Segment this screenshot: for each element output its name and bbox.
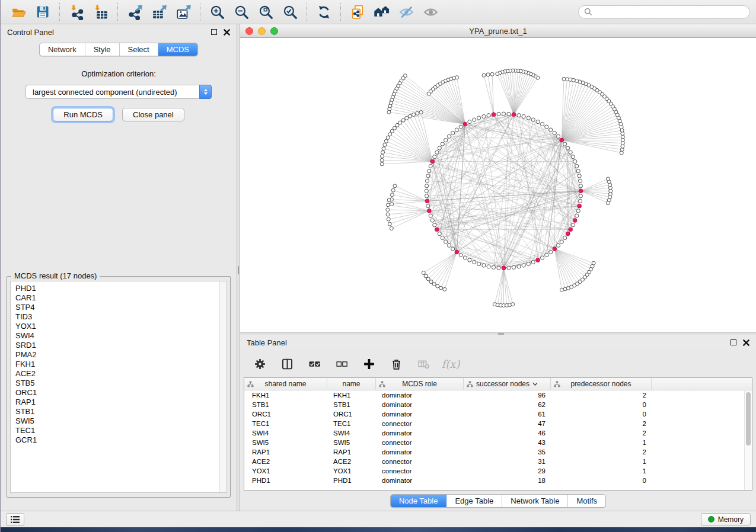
add-column-button[interactable] [361, 356, 377, 371]
table-cell[interactable]: 61 [464, 409, 551, 419]
divider-grip[interactable] [498, 333, 504, 335]
float-panel-icon[interactable] [731, 339, 736, 345]
table-cell[interactable]: 47 [464, 419, 551, 428]
tab-mcds[interactable]: MCDS [158, 43, 197, 56]
table-cell[interactable]: 46 [464, 428, 551, 438]
table-cell[interactable]: SWI4 [244, 428, 327, 438]
table-cell[interactable]: dominator [376, 447, 464, 457]
table-cell[interactable]: connector [376, 457, 464, 466]
tab-edge-table[interactable]: Edge Table [446, 495, 502, 507]
show-all-button[interactable] [419, 2, 442, 22]
import-table-button[interactable] [89, 2, 113, 22]
mcds-result-item[interactable]: STB1 [15, 407, 227, 416]
table-row[interactable]: ACE2ACE2connector311 [244, 457, 752, 466]
table-cell[interactable]: SWI5 [244, 438, 327, 447]
tab-network[interactable]: Network [40, 43, 85, 56]
table-cell[interactable]: 1 [551, 457, 652, 466]
table-cell[interactable]: 18 [464, 476, 551, 485]
mcds-result-item[interactable]: SWI5 [15, 416, 227, 426]
column-header-successor-nodes[interactable]: successor nodes [464, 378, 551, 390]
table-scrollbar[interactable] [744, 391, 752, 490]
table-cell[interactable]: ORC1 [327, 409, 376, 419]
export-image-button[interactable] [171, 2, 195, 22]
table-cell[interactable]: STB1 [244, 400, 327, 409]
table-cell[interactable]: PHD1 [327, 476, 376, 485]
mcds-result-item[interactable]: RAP1 [15, 398, 227, 407]
column-header-name[interactable]: name [327, 378, 376, 390]
float-panel-icon[interactable] [211, 29, 217, 35]
close-window-icon[interactable] [245, 27, 253, 35]
table-row[interactable]: SWI5SWI5connector431 [244, 438, 752, 447]
tab-network-table[interactable]: Network Table [502, 495, 568, 507]
mcds-result-item[interactable]: CAR1 [15, 293, 227, 303]
mcds-result-item[interactable]: GCR1 [15, 435, 227, 445]
table-row[interactable]: PHD1PHD1dominator180 [244, 476, 752, 485]
table-cell[interactable]: 2 [551, 390, 652, 400]
table-cell[interactable]: dominator [376, 409, 464, 419]
table-cell[interactable]: 96 [464, 390, 551, 400]
table-cell[interactable]: 43 [464, 438, 551, 447]
table-cell[interactable]: RAP1 [244, 447, 327, 457]
table-row[interactable]: RAP1RAP1dominator352 [244, 447, 752, 457]
mcds-result-item[interactable]: PMA2 [15, 350, 227, 360]
column-header-predecessor-nodes[interactable]: predecessor nodes [551, 378, 652, 390]
table-cell[interactable]: TEC1 [327, 419, 376, 428]
column-header-mcds-role[interactable]: MCDS role [376, 378, 464, 390]
export-network-button[interactable] [123, 2, 146, 22]
mcds-result-item[interactable]: TID3 [15, 312, 227, 322]
table-cell[interactable]: 2 [551, 447, 652, 457]
zoom-fit-button[interactable] [254, 2, 277, 22]
table-row[interactable]: STB1STB1dominator620 [244, 400, 752, 409]
tab-style[interactable]: Style [85, 43, 120, 56]
table-row[interactable]: ORC1ORC1dominator610 [244, 409, 752, 419]
table-cell[interactable]: 29 [464, 466, 551, 476]
table-cell[interactable]: dominator [376, 390, 464, 400]
network-window-titlebar[interactable]: YPA_prune.txt_1 [240, 24, 756, 38]
table-cell[interactable]: 31 [464, 457, 551, 466]
table-cell[interactable]: 0 [551, 476, 652, 485]
table-cell[interactable]: RAP1 [327, 447, 376, 457]
import-network-button[interactable] [65, 2, 88, 22]
search-input[interactable] [596, 8, 744, 16]
show-columns-button[interactable] [279, 356, 295, 371]
panel-divider-horizontal[interactable] [240, 332, 756, 335]
table-cell[interactable]: YOX1 [244, 466, 327, 476]
save-button[interactable] [31, 2, 55, 22]
export-table-button[interactable] [147, 2, 171, 22]
table-cell[interactable]: 2 [551, 428, 652, 438]
mcds-result-item[interactable]: STP4 [15, 303, 227, 312]
table-cell[interactable]: 1 [551, 438, 652, 447]
table-row[interactable]: TEC1TEC1connector472 [244, 419, 752, 428]
unselect-all-button[interactable] [334, 356, 349, 371]
tab-select[interactable]: Select [120, 43, 158, 56]
delete-column-button[interactable] [388, 356, 404, 371]
table-cell[interactable]: 62 [464, 400, 551, 409]
table-cell[interactable]: connector [376, 438, 464, 447]
table-cell[interactable]: 0 [551, 400, 652, 409]
memory-button[interactable]: Memory [701, 513, 751, 526]
table-cell[interactable]: ORC1 [244, 409, 327, 419]
network-canvas[interactable] [240, 38, 756, 333]
mcds-result-item[interactable]: FKH1 [15, 360, 227, 369]
zoom-out-button[interactable] [229, 2, 253, 22]
table-cell[interactable]: ACE2 [244, 457, 327, 466]
table-cell[interactable]: 0 [551, 409, 652, 419]
table-cell[interactable]: FKH1 [244, 390, 327, 400]
neighbors-button[interactable] [370, 2, 394, 22]
refresh-button[interactable] [312, 2, 336, 22]
panel-divider-vertical[interactable] [237, 24, 240, 511]
column-header-shared-name[interactable]: shared name [244, 378, 327, 390]
table-cell[interactable]: dominator [376, 428, 464, 438]
table-row[interactable]: SWI4SWI4dominator462 [244, 428, 752, 438]
minimize-window-icon[interactable] [258, 27, 266, 35]
table-cell[interactable]: FKH1 [327, 390, 376, 400]
table-cell[interactable]: dominator [376, 400, 464, 409]
search-box[interactable] [578, 5, 750, 19]
table-cell[interactable]: SWI5 [327, 438, 376, 447]
mcds-result-item[interactable]: ACE2 [15, 369, 227, 379]
table-row[interactable]: FKH1FKH1dominator962 [244, 390, 752, 400]
mcds-result-item[interactable]: PHD1 [15, 284, 227, 293]
mcds-result-item[interactable]: STB5 [15, 379, 227, 388]
table-settings-button[interactable] [252, 356, 267, 371]
hide-selected-button[interactable] [394, 2, 418, 22]
